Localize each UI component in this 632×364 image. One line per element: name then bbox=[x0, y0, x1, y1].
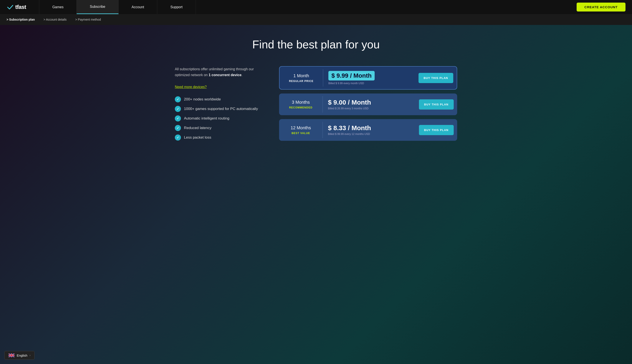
feature-routing: Automatic intelligent routing bbox=[175, 116, 266, 122]
plan-billing-1month: Billed $ 9.99 every month USD bbox=[328, 82, 413, 85]
nav-item-account[interactable]: Account bbox=[119, 0, 157, 14]
breadcrumb-account-details[interactable]: > Account details bbox=[44, 18, 67, 21]
feature-games: 1000+ games supported for PC automatical… bbox=[175, 106, 266, 112]
logo-text: tfast bbox=[15, 4, 26, 10]
breadcrumb-subscription-plan[interactable]: > Subscription plan bbox=[7, 18, 35, 21]
feature-packet-loss: Less packet loss bbox=[175, 134, 266, 140]
plan-price-1month: $ 9.99 / Month bbox=[328, 71, 375, 80]
plan-duration-12months: 12 Months bbox=[284, 126, 317, 130]
plan-label-3months: 3 Months RECOMMENDED bbox=[279, 96, 323, 114]
content-grid: All subscriptions offer unlimited gaming… bbox=[175, 66, 457, 141]
logo[interactable]: tfast bbox=[7, 4, 26, 11]
feature-games-label: 1000+ games supported for PC automatical… bbox=[184, 107, 258, 111]
plan-label-12months: 12 Months BEST VALUE bbox=[279, 121, 323, 139]
description-part2: . bbox=[242, 73, 242, 77]
feature-latency: Reduced latency bbox=[175, 125, 266, 131]
check-icon-routing bbox=[175, 116, 181, 122]
plan-tag-12months: BEST VALUE bbox=[284, 132, 317, 135]
plan-price-block-3months: $ 9.00 / Month Billed $ 26.99 every 3 mo… bbox=[323, 94, 419, 114]
breadcrumb-payment-method[interactable]: > Payment method bbox=[75, 18, 101, 21]
plan-tag-3months: RECOMMENDED bbox=[284, 106, 317, 109]
plan-duration-1month: 1 Month bbox=[285, 73, 318, 78]
plan-card-12months: 12 Months BEST VALUE $ 8.33 / Month Bill… bbox=[279, 119, 457, 141]
plan-card-1month: 1 Month REGULAR PRICE $ 9.99 / Month Bil… bbox=[279, 66, 457, 90]
logo-icon bbox=[7, 4, 14, 11]
check-icon-games bbox=[175, 106, 181, 112]
plan-card-3months: 3 Months RECOMMENDED $ 9.00 / Month Bill… bbox=[279, 94, 457, 115]
buy-button-3months[interactable]: BUY THIS PLAN bbox=[419, 99, 454, 110]
check-icon-packet-loss bbox=[175, 134, 181, 140]
plan-duration-3months: 3 Months bbox=[284, 100, 317, 105]
left-panel: All subscriptions offer unlimited gaming… bbox=[175, 66, 266, 140]
buy-button-1month[interactable]: BUY THIS PLAN bbox=[418, 73, 453, 83]
check-icon-nodes bbox=[175, 96, 181, 102]
plan-billing-3months: Billed $ 26.99 every 3 months USD bbox=[328, 107, 414, 110]
language-selector[interactable]: English › bbox=[4, 351, 35, 360]
plan-tag-1month: REGULAR PRICE bbox=[285, 80, 318, 83]
plan-price-3months: $ 9.00 / Month bbox=[328, 99, 414, 106]
plan-price-block-1month: $ 9.99 / Month Billed $ 9.99 every month… bbox=[323, 66, 418, 89]
feature-nodes: 200+ nodes worldwide bbox=[175, 96, 266, 102]
chevron-right-icon: › bbox=[30, 354, 30, 357]
more-devices-link[interactable]: Need more devices? bbox=[175, 85, 207, 89]
check-icon-latency bbox=[175, 125, 181, 131]
feature-packet-loss-label: Less packet loss bbox=[184, 135, 211, 140]
subscription-description: All subscriptions offer unlimited gaming… bbox=[175, 66, 266, 90]
features-list: 200+ nodes worldwide 1000+ games support… bbox=[175, 96, 266, 140]
plan-billing-12months: Billed $ 99.99 every 12 months USD bbox=[328, 132, 414, 136]
description-bold: 1 concurrent device bbox=[209, 73, 242, 77]
navbar: tfast Games Subscribe Account Support CR… bbox=[0, 0, 632, 14]
nav-links: Games Subscribe Account Support bbox=[39, 0, 308, 14]
nav-item-support[interactable]: Support bbox=[157, 0, 196, 14]
buy-button-12months[interactable]: BUY THIS PLAN bbox=[419, 125, 454, 135]
plan-label-1month: 1 Month REGULAR PRICE bbox=[280, 69, 323, 87]
feature-routing-label: Automatic intelligent routing bbox=[184, 116, 229, 120]
right-panel: 1 Month REGULAR PRICE $ 9.99 / Month Bil… bbox=[279, 66, 457, 141]
create-account-button[interactable]: CREATE ACCOUNT bbox=[577, 2, 625, 12]
feature-nodes-label: 200+ nodes worldwide bbox=[184, 97, 221, 102]
main-content: Find the best plan for you All subscript… bbox=[0, 25, 632, 158]
plan-price-block-12months: $ 8.33 / Month Billed $ 99.99 every 12 m… bbox=[323, 120, 419, 140]
nav-item-subscribe[interactable]: Subscribe bbox=[77, 0, 118, 14]
uk-flag-icon bbox=[9, 353, 15, 357]
plan-price-12months: $ 8.33 / Month bbox=[328, 124, 414, 132]
feature-latency-label: Reduced latency bbox=[184, 126, 212, 130]
language-label: English bbox=[17, 354, 27, 357]
page-title: Find the best plan for you bbox=[17, 38, 615, 51]
nav-item-games[interactable]: Games bbox=[39, 0, 77, 14]
breadcrumb: > Subscription plan > Account details > … bbox=[0, 14, 632, 25]
